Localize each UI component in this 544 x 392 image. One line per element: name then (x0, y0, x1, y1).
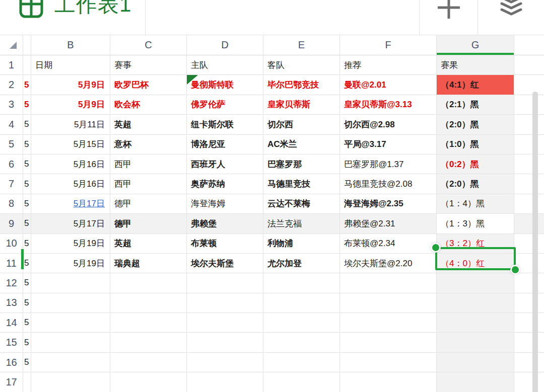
row-header-9[interactable]: 9 (0, 214, 23, 233)
cell-F2[interactable]: 曼联@2.01 (340, 75, 437, 95)
cell-F3[interactable]: 皇家贝蒂斯@3.13 (340, 95, 437, 115)
cell-D15[interactable] (187, 333, 263, 352)
cell-G14[interactable] (437, 313, 514, 333)
cell-B9[interactable]: 5月17日 (31, 214, 110, 233)
cell-F17[interactable] (340, 372, 437, 392)
cell-B4[interactable]: 5月11日 (31, 115, 110, 134)
cell-B1[interactable]: 日期 (31, 55, 110, 75)
cell-E4[interactable]: 切尔西 (263, 115, 340, 134)
cell-D11[interactable]: 埃尔夫斯堡 (187, 254, 263, 273)
cell-C14[interactable] (110, 313, 187, 333)
cell-H8[interactable] (514, 194, 544, 214)
cell-H1[interactable] (514, 55, 544, 75)
cell-E12[interactable] (263, 273, 340, 293)
cell-G6[interactable]: （0:2）黑 (437, 154, 514, 174)
column-header-b[interactable]: B (31, 35, 110, 55)
cell-H7[interactable] (514, 174, 544, 194)
cell-B12[interactable] (31, 273, 110, 293)
cell-F10[interactable]: 布莱顿@2.34 (340, 234, 437, 254)
column-header-f[interactable]: F (340, 35, 437, 55)
cell-F15[interactable] (340, 333, 437, 352)
row-header-10[interactable]: 10 (0, 234, 23, 254)
cell-A13[interactable]: 5 (23, 293, 31, 313)
cell-B7[interactable]: 5月16日 (31, 174, 110, 194)
cell-H13[interactable] (514, 293, 544, 313)
cell-G2[interactable]: （4:1）红 (437, 75, 514, 95)
cell-F1[interactable]: 推荐 (340, 55, 437, 75)
cell-G7[interactable]: （2:0）黑 (437, 174, 514, 194)
cell-H12[interactable] (514, 273, 544, 293)
cell-B17[interactable] (31, 372, 110, 392)
cell-E10[interactable]: 利物浦 (263, 234, 340, 254)
cell-D4[interactable]: 纽卡斯尔联 (187, 115, 263, 134)
cell-A2[interactable]: 5 (23, 75, 31, 95)
cell-D7[interactable]: 奥萨苏纳 (187, 174, 263, 194)
column-header-h-sliver[interactable] (514, 35, 544, 55)
cell-D16[interactable] (187, 353, 263, 372)
cell-E14[interactable] (263, 313, 340, 333)
row-header-4[interactable]: 4 (0, 115, 23, 134)
cell-G1[interactable]: 赛果 (437, 55, 514, 75)
cell-C1[interactable]: 赛事 (110, 55, 187, 75)
cell-E16[interactable] (263, 353, 340, 372)
cell-A3[interactable]: 5 (23, 95, 31, 115)
row-header-2[interactable]: 2 (0, 75, 23, 95)
cell-H15[interactable] (514, 333, 544, 352)
select-all-cell[interactable] (0, 35, 23, 55)
column-header-e[interactable]: E (263, 35, 340, 55)
cell-H14[interactable] (514, 313, 544, 333)
cell-C8[interactable]: 德甲 (110, 194, 187, 214)
cell-C11[interactable]: 瑞典超 (110, 254, 187, 273)
cell-B10[interactable]: 5月19日 (31, 234, 110, 254)
cell-B3[interactable]: 5月9日 (31, 95, 110, 115)
column-header-c[interactable]: C (110, 35, 187, 55)
cell-A12[interactable]: 5 (23, 273, 31, 293)
cell-B2[interactable]: 5月9日 (31, 75, 110, 95)
row-header-14[interactable]: 14 (0, 313, 23, 333)
cell-D2[interactable]: 曼彻斯特联 (187, 75, 263, 95)
cell-C6[interactable]: 西甲 (110, 154, 187, 174)
cell-A16[interactable]: 5 (23, 353, 31, 372)
cell-B14[interactable] (31, 313, 110, 333)
cell-B16[interactable] (31, 353, 110, 372)
cell-C12[interactable] (110, 273, 187, 293)
selection-handle-bottom-right[interactable] (510, 265, 520, 275)
cell-A1[interactable] (23, 55, 31, 75)
cell-E17[interactable] (263, 372, 340, 392)
cell-A7[interactable]: 5 (23, 174, 31, 194)
cell-D3[interactable]: 佛罗伦萨 (187, 95, 263, 115)
column-header-g[interactable]: G (437, 35, 514, 55)
row-header-12[interactable]: 12 (0, 273, 23, 293)
cell-F6[interactable]: 巴塞罗那@1.37 (340, 154, 437, 174)
cell-E9[interactable]: 法兰克福 (263, 214, 340, 233)
cell-G12[interactable] (437, 273, 514, 293)
cell-D17[interactable] (187, 372, 263, 392)
cell-E6[interactable]: 巴塞罗那 (263, 154, 340, 174)
cell-G11[interactable]: （4：0）红 (437, 254, 514, 273)
cell-H5[interactable] (514, 135, 544, 154)
cell-E2[interactable]: 毕尔巴鄂竞技 (263, 75, 340, 95)
cell-D14[interactable] (187, 313, 263, 333)
cell-F14[interactable] (340, 313, 437, 333)
cell-A6[interactable]: 5 (23, 154, 31, 174)
column-header-d[interactable]: D (187, 35, 263, 55)
cell-G16[interactable] (437, 353, 514, 372)
cell-F12[interactable] (340, 273, 437, 293)
cell-H10[interactable] (514, 234, 544, 254)
cell-E7[interactable]: 马德里竞技 (263, 174, 340, 194)
cell-E13[interactable] (263, 293, 340, 313)
sheets-list-button[interactable] (478, 0, 544, 35)
column-header-a-sliver[interactable] (23, 35, 31, 55)
row-header-1[interactable]: 1 (0, 55, 23, 75)
cell-D12[interactable] (187, 273, 263, 293)
cell-D8[interactable]: 海登海姆 (187, 194, 263, 214)
cell-B11[interactable]: 5月19日 (31, 254, 110, 273)
cell-G8[interactable]: （1：4）黑 (437, 194, 514, 214)
cell-C17[interactable] (110, 372, 187, 392)
cell-A5[interactable]: 5 (23, 135, 31, 154)
cell-C4[interactable]: 英超 (110, 115, 187, 134)
cell-G17[interactable] (437, 372, 514, 392)
cell-B15[interactable] (31, 333, 110, 352)
row-header-15[interactable]: 15 (0, 333, 23, 352)
cell-H17[interactable] (514, 372, 544, 392)
